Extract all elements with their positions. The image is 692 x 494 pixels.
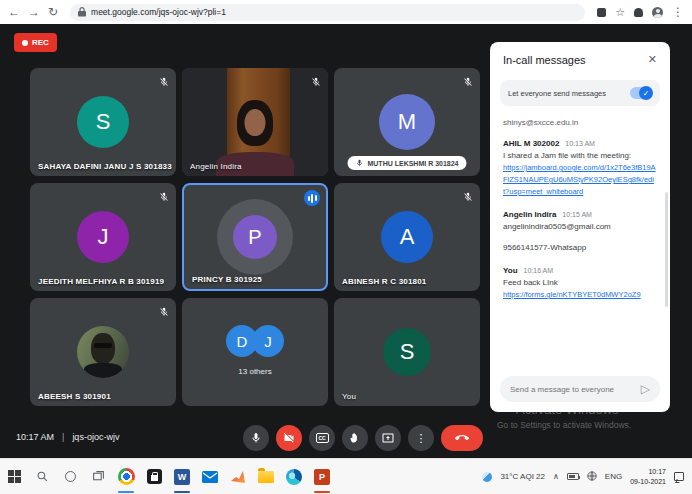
meeting-time: 10:17 AM [16,432,54,442]
message-input-row: ▷ [500,376,660,402]
toggle-label: Let everyone send messages [508,89,606,98]
windows-taskbar: W P 31°C AQI 22 ∧ ENG 10:17 09-10-2021 [0,458,692,494]
camera-off-button[interactable] [276,425,302,451]
activate-windows-watermark-sub: Go to Settings to activate Windows. [497,420,631,430]
taskbar-search-icon[interactable] [28,459,56,494]
tile-abeesh[interactable]: ABEESH S 301901 [30,298,176,406]
chrome-taskbar-icon[interactable] [112,459,140,494]
battery-icon[interactable] [567,473,579,480]
panel-scrollbar[interactable] [665,192,668,307]
tile-abinesh[interactable]: A ABINESH R C 301801 [334,183,480,291]
chat-message: You 10:16 AM Feed back LInk https://form… [503,266,657,301]
avatar: P [233,215,277,259]
forward-icon[interactable]: → [28,6,40,18]
url-text: meet.google.com/jqs-ojoc-wjv?pli=1 [91,7,226,17]
participant-name: JEEDITH MELFHIYA R B 301919 [38,277,164,286]
task-view-icon[interactable] [84,459,112,494]
tile-you[interactable]: S You [334,298,480,406]
weather-icon[interactable] [482,472,492,482]
panel-title: In-call messages [503,54,586,66]
avatar: S [383,328,431,376]
tile-jeedith[interactable]: J JEEDITH MELFHIYA R B 301919 [30,183,176,291]
lock-icon [78,7,86,17]
back-icon[interactable]: ← [8,6,20,18]
participant-photo-avatar [77,326,129,378]
message-text: I shared a Jam file with the meeting: [503,150,657,162]
tile-sahaya[interactable]: S SAHAYA DAFINI JANU J S 301833 [30,68,176,176]
media-extension-icon[interactable] [597,8,606,17]
language-indicator[interactable]: ENG [605,472,622,481]
tray-date: 09-10-2021 [630,478,666,485]
tray-chevron-icon[interactable]: ∧ [553,472,559,481]
feedback-form-link[interactable]: https://forms.gle/nKTYBYET0dMWY2oZ9 [503,289,657,301]
file-explorer-taskbar-icon[interactable] [252,459,280,494]
profile-icon[interactable] [652,7,663,18]
mic-off-icon [159,73,169,91]
store-taskbar-icon[interactable] [140,459,168,494]
others-count-label: 13 others [182,367,328,376]
message-time: 10:15 AM [562,211,592,218]
message-text: angelinindira0505@gmail.com [503,221,657,233]
tile-princy-active-speaker[interactable]: P PRINCY B 301925 [182,183,328,291]
video-feed [182,68,328,176]
browser-menu-icon[interactable]: ⋮ [672,6,684,18]
present-button[interactable] [375,425,401,451]
mic-off-icon [311,73,321,91]
call-controls: CC ⋮ [243,425,483,451]
raise-hand-button[interactable] [342,425,368,451]
action-center-icon[interactable] [674,472,684,481]
pinned-extension-icon[interactable] [634,8,643,17]
participant-grid: S SAHAYA DAFINI JANU J S 301833 Angelin … [30,68,480,406]
meet-stage: REC S SAHAYA DAFINI JANU J S 301833 Ange… [0,24,692,458]
weather-text[interactable]: 31°C AQI 22 [500,472,545,481]
tile-others-group[interactable]: D J 13 others [182,298,328,406]
powerpoint-taskbar-icon[interactable]: P [308,459,336,494]
jamboard-link[interactable]: https://jamboard.google.com/d/1x2T6e3fB1… [503,162,657,198]
tray-time: 10:17 [648,468,666,475]
avatar: J [77,211,129,263]
system-tray: 31°C AQI 22 ∧ ENG 10:17 09-10-2021 [482,467,692,485]
message-time: 10:13 AM [565,140,595,147]
group-avatars: D J [226,325,284,357]
participant-name-pill: MUTHU LEKSHMI R 301824 [347,156,466,170]
message-text: Feed back LInk [503,277,657,289]
meeting-status: 10:17 AM | jqs-ojoc-wjv [16,432,119,442]
participant-name: PRINCY B 301925 [192,275,262,284]
tile-muthu[interactable]: M MUTHU LEKSHMI R 301824 [334,68,480,176]
mic-off-icon [463,73,473,91]
send-permission-row: Let everyone send messages ✓ [500,80,660,106]
participant-name: SAHAYA DAFINI JANU J S 301833 [38,162,172,171]
bookmark-star-icon[interactable]: ☆ [615,6,625,19]
message-list: AHIL M 302002 10:13 AM I shared a Jam fi… [503,139,657,301]
tile-angelin-video[interactable]: Angelin Indira [182,68,328,176]
message-time: 10:16 AM [524,267,554,274]
start-button[interactable] [0,459,28,494]
clock[interactable]: 10:17 09-10-2021 [630,467,666,485]
matlab-taskbar-icon[interactable] [224,459,252,494]
captions-button[interactable]: CC [309,425,335,451]
reload-icon[interactable]: ↻ [48,6,58,18]
message-sender: Angelin Indira [503,210,556,219]
audio-level-icon [304,190,320,206]
more-options-button[interactable]: ⋮ [408,425,434,451]
send-message-icon[interactable]: ▷ [641,382,650,396]
cortana-icon[interactable] [56,459,84,494]
network-globe-icon[interactable] [587,471,597,483]
mic-button[interactable] [243,425,269,451]
mic-off-icon [159,303,169,321]
message-sender: You [503,266,518,275]
end-call-button[interactable] [441,425,483,451]
chat-intro-text: shinys@sxcce.edu.in [503,118,657,127]
participant-name: Angelin Indira [190,162,242,171]
chat-message: Angelin Indira 10:15 AM angelinindira050… [503,210,657,254]
message-input[interactable] [510,385,635,394]
meeting-code: jqs-ojoc-wjv [72,432,119,442]
allow-messages-toggle[interactable]: ✓ [630,87,652,99]
close-icon[interactable]: ✕ [648,53,657,66]
address-bar[interactable]: meet.google.com/jqs-ojoc-wjv?pli=1 [70,4,585,21]
edge-taskbar-icon[interactable] [280,459,308,494]
message-sender: AHIL M 302002 [503,139,559,148]
mail-taskbar-icon[interactable] [196,459,224,494]
avatar: M [379,94,435,150]
word-taskbar-icon[interactable]: W [168,459,196,494]
